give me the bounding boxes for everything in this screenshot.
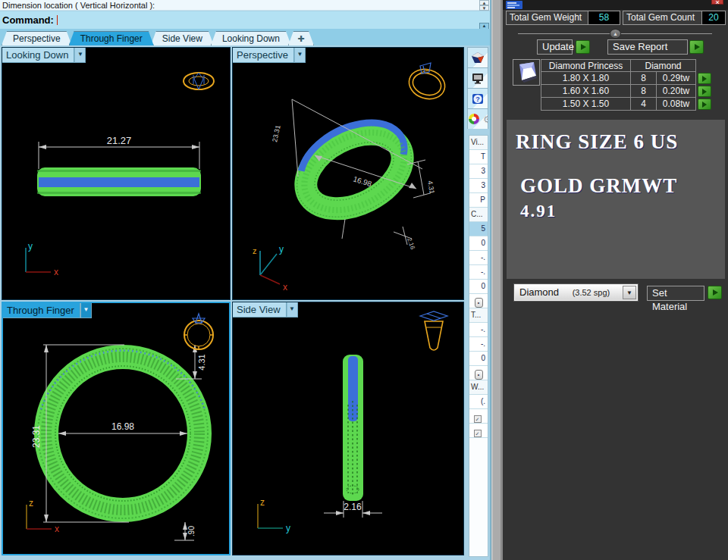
splitter-collapse-handle[interactable]: ▲ xyxy=(610,29,621,39)
viewport-looking-down[interactable]: Looking Down ▼ xyxy=(2,47,231,300)
panel-titlebar: ✕ xyxy=(503,0,728,10)
prop-header: C... xyxy=(469,208,488,222)
prop-ellipsis-button[interactable]: • xyxy=(469,366,488,380)
viewport-title-dropdown[interactable]: Perspective ▼ xyxy=(233,48,306,63)
svg-text:x: x xyxy=(283,282,287,293)
chevron-down-icon[interactable]: ▼ xyxy=(287,302,298,318)
tab-side-view[interactable]: Side View xyxy=(151,31,214,45)
viewport-title[interactable]: Perspective xyxy=(233,48,294,63)
update-go-icon[interactable] xyxy=(576,40,590,54)
prop-value[interactable]: 3 xyxy=(469,179,488,193)
viewport-title[interactable]: Through Finger xyxy=(3,303,80,318)
dim-inner-label: 16.98 xyxy=(111,421,134,432)
gem-size: 1.60 X 1.60 xyxy=(541,85,631,98)
dim-thickness-label: 2.16 xyxy=(406,237,416,251)
viewport-title-dropdown[interactable]: Side View ▼ xyxy=(233,302,298,318)
tab-looking-down[interactable]: Looking Down xyxy=(211,31,291,45)
axis-icon: z y x xyxy=(253,244,287,293)
viewport-perspective[interactable]: Perspective ▼ xyxy=(232,47,464,300)
prop-value[interactable]: P xyxy=(469,193,488,208)
dim-width-label: 21.27 xyxy=(107,135,132,146)
gem-row-go-icon[interactable] xyxy=(698,73,711,84)
scroll-down-icon[interactable]: ▼ xyxy=(479,5,489,11)
prop-value[interactable]: 0 xyxy=(469,280,488,294)
prop-header: T... xyxy=(469,308,488,323)
gem-row-go-icon[interactable] xyxy=(698,86,711,97)
perspective-canvas: 23.31 16.98 4.31 2.16 z y x xyxy=(233,48,462,298)
help-icon[interactable]: ? xyxy=(467,88,488,108)
gem-table: Diamond Princess Diamond 1.80 X 1.80 8 0… xyxy=(541,59,714,111)
gem-table-header-row: Diamond Princess Diamond xyxy=(541,60,714,72)
viewport-title-dropdown[interactable]: Looking Down ▼ xyxy=(2,48,86,63)
total-gem-count-value: 20 xyxy=(702,11,726,25)
prop-value[interactable]: (. xyxy=(469,395,488,409)
svg-text:⚙: ⚙ xyxy=(483,114,488,125)
history-scrollbar[interactable]: ▲ ▼ xyxy=(479,0,489,11)
prop-checkbox[interactable]: ✓ xyxy=(469,409,488,424)
prop-value[interactable]: 3 xyxy=(469,164,488,179)
tab-perspective[interactable]: Perspective xyxy=(2,31,72,45)
gold-weight-value: 4.91 xyxy=(520,202,557,221)
dim-thickness-label: 2.16 xyxy=(344,502,362,512)
viewport-area: Looking Down ▼ xyxy=(0,45,490,560)
ring-top-glyph-icon xyxy=(184,73,214,89)
gem-row: 1.50 X 1.50 4 0.08tw xyxy=(541,98,714,111)
total-gem-weight-label: Total Gem Weight xyxy=(506,11,588,25)
viewport-title[interactable]: Looking Down xyxy=(2,48,74,63)
chevron-down-icon[interactable]: ▼ xyxy=(294,48,306,63)
dim-band-label: 4.31 xyxy=(197,354,206,370)
prop-value[interactable]: T xyxy=(469,150,488,164)
chevron-down-icon[interactable]: ▼ xyxy=(74,48,86,63)
svg-text:z: z xyxy=(260,497,265,508)
monitor-icon[interactable] xyxy=(467,67,488,88)
viewport-title[interactable]: Side View xyxy=(233,302,287,318)
dim-inner-label: 16.98 xyxy=(352,174,373,188)
tab-through-finger[interactable]: Through Finger xyxy=(69,31,154,45)
action-buttons: Update Save Report xyxy=(503,39,728,56)
prop-value-selected[interactable]: 5 xyxy=(469,222,488,236)
add-tab-button[interactable]: ✚ xyxy=(288,31,314,45)
side-view-canvas: 2.16 z y xyxy=(233,302,462,552)
material-dropdown[interactable]: Diamond (3.52 spg) ▼ xyxy=(514,284,638,301)
chevron-down-icon[interactable]: ▼ xyxy=(80,303,92,318)
set-material-go-icon[interactable] xyxy=(708,286,722,299)
prop-value[interactable]: -. xyxy=(469,337,488,352)
prop-ellipsis-button[interactable]: • xyxy=(469,294,488,308)
total-gem-weight-value: 58 xyxy=(588,11,620,25)
svg-text:?: ? xyxy=(475,95,480,103)
history-line: Dimension location ( Vertical Horizontal… xyxy=(0,0,490,11)
looking-down-canvas: 21.27 y x xyxy=(2,48,228,298)
viewport-side-view[interactable]: Side View ▼ xyxy=(232,302,464,555)
report-text-box: RING SIZE 6 US GOLD GRMWT 4.91 xyxy=(507,120,725,279)
history-text: Dimension location ( Vertical Horizontal… xyxy=(2,1,155,10)
update-button[interactable]: Update xyxy=(537,39,573,55)
material-density: (3.52 spg) xyxy=(573,288,610,297)
prop-value[interactable]: 0 xyxy=(469,352,488,366)
gem-count: 8 xyxy=(631,85,657,98)
prop-value[interactable]: -. xyxy=(469,251,488,265)
prop-checkbox[interactable]: ✓ xyxy=(469,424,488,438)
window-divider[interactable] xyxy=(490,0,503,560)
report-list-icon[interactable] xyxy=(506,1,522,9)
gem-row: 1.60 X 1.60 8 0.20tw xyxy=(541,85,714,98)
close-icon[interactable]: ✕ xyxy=(711,0,723,5)
scroll-up-icon[interactable]: ▲ xyxy=(479,0,489,5)
prop-header: Vi... xyxy=(469,136,488,150)
command-label: Command: xyxy=(2,14,54,26)
gem-weight: 0.08tw xyxy=(657,98,696,111)
gem-row-go-icon[interactable] xyxy=(698,99,711,110)
save-report-button[interactable]: Save Report xyxy=(607,39,688,55)
set-material-button[interactable]: Set Material xyxy=(647,286,704,301)
gem-type-header: Diamond Princess xyxy=(541,60,631,72)
display-panel-icon[interactable] xyxy=(467,47,488,67)
render-settings-icon[interactable]: ⚙ xyxy=(467,108,488,129)
chevron-down-icon[interactable]: ▼ xyxy=(623,286,636,299)
command-bar[interactable]: Command: ▲ ▼ xyxy=(0,11,490,29)
prop-value[interactable]: -. xyxy=(469,265,488,280)
prop-value[interactable]: 0 xyxy=(469,236,488,251)
ring-perspective-glyph-icon xyxy=(405,63,448,103)
save-report-go-icon[interactable] xyxy=(689,40,704,54)
viewport-title-dropdown[interactable]: Through Finger ▼ xyxy=(3,303,92,318)
prop-value[interactable]: -. xyxy=(469,323,488,337)
viewport-through-finger[interactable]: Through Finger ▼ xyxy=(2,302,231,555)
